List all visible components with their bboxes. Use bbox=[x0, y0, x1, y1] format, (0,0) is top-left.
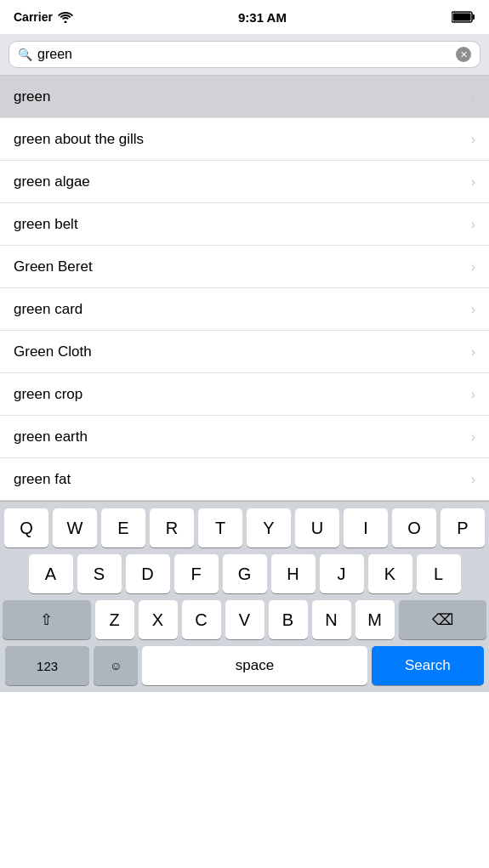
result-label: green bbox=[14, 88, 50, 105]
key-x[interactable]: X bbox=[139, 600, 178, 639]
key-f[interactable]: F bbox=[174, 554, 219, 593]
backspace-icon: ⌫ bbox=[432, 610, 453, 629]
key-t[interactable]: T bbox=[198, 508, 242, 547]
result-label: green about the gills bbox=[14, 131, 144, 148]
search-icon: 🔍 bbox=[18, 48, 32, 61]
result-item[interactable]: green crop› bbox=[0, 373, 489, 416]
keyboard-bottom-row: 123 ☺ space Search bbox=[3, 646, 486, 685]
chevron-icon: › bbox=[471, 217, 475, 232]
keyboard-row-2: ASDFGHJKL bbox=[3, 554, 486, 593]
svg-rect-3 bbox=[452, 14, 470, 21]
result-item[interactable]: green about the gills› bbox=[0, 118, 489, 161]
key-s[interactable]: S bbox=[77, 554, 122, 593]
wifi-icon bbox=[58, 11, 73, 23]
numbers-key[interactable]: 123 bbox=[5, 646, 89, 685]
search-label: Search bbox=[405, 657, 451, 674]
result-item[interactable]: green earth› bbox=[0, 416, 489, 458]
status-time: 9:31 AM bbox=[238, 10, 287, 25]
emoji-icon: ☺ bbox=[110, 659, 122, 672]
emoji-key[interactable]: ☺ bbox=[94, 646, 138, 685]
keyboard: QWERTYUIOP ASDFGHJKL ⇧ ZXCVBNM ⌫ 123 ☺ s… bbox=[0, 501, 489, 692]
result-label: green card bbox=[14, 301, 82, 318]
result-label: green crop bbox=[14, 386, 82, 403]
key-p[interactable]: P bbox=[441, 508, 485, 547]
key-v[interactable]: V bbox=[225, 600, 264, 639]
key-e[interactable]: E bbox=[101, 508, 145, 547]
result-item[interactable]: green card› bbox=[0, 288, 489, 331]
result-item[interactable]: green belt› bbox=[0, 203, 489, 246]
key-o[interactable]: O bbox=[392, 508, 436, 547]
backspace-key[interactable]: ⌫ bbox=[399, 600, 487, 639]
chevron-icon: › bbox=[471, 472, 475, 487]
result-label: Green Beret bbox=[14, 258, 93, 275]
key-i[interactable]: I bbox=[344, 508, 388, 547]
result-label: green belt bbox=[14, 216, 78, 233]
chevron-icon: › bbox=[471, 89, 475, 105]
chevron-icon: › bbox=[471, 259, 475, 275]
battery-icon bbox=[452, 11, 475, 23]
key-z[interactable]: Z bbox=[95, 600, 134, 639]
carrier-label: Carrier bbox=[14, 10, 53, 24]
status-left: Carrier bbox=[14, 10, 73, 24]
results-list: green›green about the gills›green algae›… bbox=[0, 76, 489, 501]
key-d[interactable]: D bbox=[126, 554, 170, 593]
key-u[interactable]: U bbox=[295, 508, 339, 547]
keyboard-row-3: ⇧ ZXCVBNM ⌫ bbox=[3, 600, 486, 639]
search-input-wrapper[interactable]: 🔍 bbox=[9, 41, 480, 68]
key-l[interactable]: L bbox=[417, 554, 461, 593]
key-k[interactable]: K bbox=[368, 554, 412, 593]
numbers-label: 123 bbox=[37, 659, 58, 673]
svg-rect-2 bbox=[472, 14, 475, 20]
search-key[interactable]: Search bbox=[372, 646, 484, 685]
space-key[interactable]: space bbox=[142, 646, 367, 685]
shift-arrow-icon: ⇧ bbox=[40, 610, 53, 629]
keyboard-row-1: QWERTYUIOP bbox=[3, 508, 486, 547]
status-right bbox=[452, 11, 475, 23]
chevron-icon: › bbox=[471, 344, 475, 360]
chevron-icon: › bbox=[471, 387, 475, 402]
svg-point-0 bbox=[64, 21, 66, 24]
status-bar: Carrier 9:31 AM bbox=[0, 0, 489, 34]
key-n[interactable]: N bbox=[312, 600, 351, 639]
result-item[interactable]: green› bbox=[0, 76, 489, 118]
key-j[interactable]: J bbox=[320, 554, 364, 593]
chevron-icon: › bbox=[471, 132, 475, 147]
clear-button[interactable] bbox=[456, 47, 471, 62]
result-item[interactable]: Green Cloth› bbox=[0, 331, 489, 373]
result-item[interactable]: green fat› bbox=[0, 458, 489, 501]
key-a[interactable]: A bbox=[29, 554, 73, 593]
search-input[interactable] bbox=[37, 47, 451, 62]
result-label: green earth bbox=[14, 428, 88, 445]
key-q[interactable]: Q bbox=[4, 508, 48, 547]
key-m[interactable]: M bbox=[355, 600, 395, 639]
result-item[interactable]: Green Beret› bbox=[0, 246, 489, 288]
chevron-icon: › bbox=[471, 429, 475, 445]
result-label: green fat bbox=[14, 471, 71, 488]
result-label: green algae bbox=[14, 173, 90, 190]
result-item[interactable]: green algae› bbox=[0, 161, 489, 203]
key-c[interactable]: C bbox=[182, 600, 221, 639]
space-label: space bbox=[236, 657, 274, 674]
result-label: Green Cloth bbox=[14, 343, 92, 360]
chevron-icon: › bbox=[471, 174, 475, 190]
shift-key[interactable]: ⇧ bbox=[3, 600, 91, 639]
search-bar: 🔍 bbox=[0, 34, 489, 76]
chevron-icon: › bbox=[471, 302, 475, 317]
key-y[interactable]: Y bbox=[247, 508, 291, 547]
key-r[interactable]: R bbox=[150, 508, 194, 547]
key-h[interactable]: H bbox=[271, 554, 316, 593]
key-g[interactable]: G bbox=[223, 554, 267, 593]
key-b[interactable]: B bbox=[269, 600, 308, 639]
key-w[interactable]: W bbox=[53, 508, 97, 547]
